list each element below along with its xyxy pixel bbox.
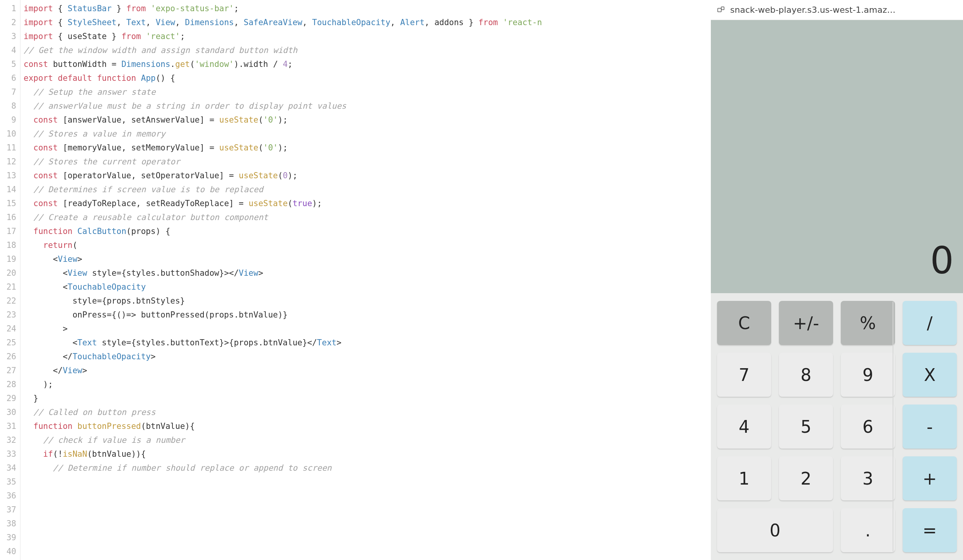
code-line[interactable]: <View>: [24, 252, 711, 266]
code-line[interactable]: const [answerValue, setAnswerValue] = us…: [24, 113, 711, 127]
line-number: 18: [2, 238, 16, 252]
one-button[interactable]: 1: [717, 456, 771, 500]
code-editor[interactable]: 1234567891011121314151617181920212223242…: [0, 0, 711, 560]
line-number: 1: [2, 2, 16, 15]
line-number: 37: [2, 503, 16, 517]
code-line[interactable]: // answerValue must be a string in order…: [24, 99, 711, 113]
code-line[interactable]: <View style={styles.buttonShadow}></View…: [24, 266, 711, 280]
line-number: 5: [2, 57, 16, 71]
line-number: 28: [2, 377, 16, 391]
five-button[interactable]: 5: [779, 405, 833, 449]
line-number: 2: [2, 15, 16, 29]
code-line[interactable]: export default function App() {: [24, 71, 711, 85]
line-number: 25: [2, 336, 16, 350]
subtract-button[interactable]: -: [903, 405, 957, 449]
calculator-app: 0 C +/- % / 7 8 9 X 4 5 6 - 1 2 3 +: [711, 20, 963, 560]
code-line[interactable]: const [readyToReplace, setReadyToReplace…: [24, 196, 711, 210]
percent-button[interactable]: %: [841, 301, 895, 345]
code-line[interactable]: // Stores a value in memory: [24, 127, 711, 141]
code-line[interactable]: const buttonWidth = Dimensions.get('wind…: [24, 57, 711, 71]
code-line[interactable]: >: [24, 322, 711, 336]
seven-button[interactable]: 7: [717, 353, 771, 397]
line-number: 6: [2, 71, 16, 85]
line-number: 34: [2, 461, 16, 475]
three-button[interactable]: 3: [841, 456, 895, 500]
code-line[interactable]: function buttonPressed(btnValue){: [24, 419, 711, 433]
line-number: 30: [2, 405, 16, 419]
code-line[interactable]: // Determines if screen value is to be r…: [24, 183, 711, 196]
line-number: 21: [2, 280, 16, 294]
line-number: 13: [2, 169, 16, 183]
line-number: 31: [2, 419, 16, 433]
line-number-gutter: 1234567891011121314151617181920212223242…: [0, 0, 20, 560]
line-number: 38: [2, 517, 16, 531]
line-number: 15: [2, 196, 16, 210]
line-number: 19: [2, 252, 16, 266]
code-line[interactable]: style={props.btnStyles}: [24, 294, 711, 308]
preview-url-text: snack-web-player.s3.us-west-1.amaz…: [730, 5, 896, 15]
code-line[interactable]: function CalcButton(props) {: [24, 224, 711, 238]
code-line[interactable]: import { StyleSheet, Text, View, Dimensi…: [24, 15, 711, 29]
equals-button[interactable]: =: [903, 508, 957, 552]
code-line[interactable]: // Get the window width and assign stand…: [24, 43, 711, 57]
line-number: 32: [2, 433, 16, 447]
add-button[interactable]: +: [903, 456, 957, 500]
line-number: 11: [2, 141, 16, 155]
code-line[interactable]: const [memoryValue, setMemoryValue] = us…: [24, 141, 711, 155]
svg-rect-1: [721, 7, 724, 9]
six-button[interactable]: 6: [841, 405, 895, 449]
code-line[interactable]: // check if value is a number: [24, 433, 711, 447]
keypad-divider: [893, 302, 893, 551]
eight-button[interactable]: 8: [779, 353, 833, 397]
line-number: 4: [2, 43, 16, 57]
line-number: 24: [2, 322, 16, 336]
line-number: 16: [2, 210, 16, 224]
line-number: 7: [2, 85, 16, 99]
four-button[interactable]: 4: [717, 405, 771, 449]
code-line[interactable]: </View>: [24, 364, 711, 377]
line-number: 3: [2, 29, 16, 43]
line-number: 39: [2, 531, 16, 545]
line-number: 29: [2, 391, 16, 405]
code-line[interactable]: // Called on button press: [24, 405, 711, 419]
line-number: 36: [2, 489, 16, 503]
line-number: 40: [2, 545, 16, 558]
code-line[interactable]: // Create a reusable calculator button c…: [24, 210, 711, 224]
code-line[interactable]: const [operatorValue, setOperatorValue] …: [24, 169, 711, 183]
code-line[interactable]: </TouchableOpacity>: [24, 350, 711, 364]
code-line[interactable]: import { StatusBar } from 'expo-status-b…: [24, 2, 711, 15]
code-line[interactable]: return(: [24, 238, 711, 252]
plus-minus-button[interactable]: +/-: [779, 301, 833, 345]
code-line[interactable]: <Text style={styles.buttonText}>{props.b…: [24, 336, 711, 350]
line-number: 9: [2, 113, 16, 127]
inspect-icon: [716, 5, 726, 15]
code-line[interactable]: if(!isNaN(btnValue)){: [24, 447, 711, 461]
line-number: 12: [2, 155, 16, 169]
code-area[interactable]: import { StatusBar } from 'expo-status-b…: [20, 0, 711, 560]
code-line[interactable]: }: [24, 391, 711, 405]
line-number: 8: [2, 99, 16, 113]
line-number: 10: [2, 127, 16, 141]
line-number: 23: [2, 308, 16, 322]
code-line[interactable]: <TouchableOpacity: [24, 280, 711, 294]
line-number: 22: [2, 294, 16, 308]
divide-button[interactable]: /: [903, 301, 957, 345]
code-line[interactable]: );: [24, 377, 711, 391]
display-value: 0: [930, 239, 954, 282]
multiply-button[interactable]: X: [903, 353, 957, 397]
calculator-keypad: C +/- % / 7 8 9 X 4 5 6 - 1 2 3 + 0 . =: [711, 293, 963, 560]
line-number: 27: [2, 364, 16, 377]
clear-button[interactable]: C: [717, 301, 771, 345]
two-button[interactable]: 2: [779, 456, 833, 500]
code-line[interactable]: import { useState } from 'react';: [24, 29, 711, 43]
decimal-button[interactable]: .: [841, 508, 895, 552]
code-line[interactable]: // Stores the current operator: [24, 155, 711, 169]
line-number: 14: [2, 183, 16, 196]
preview-url-bar: snack-web-player.s3.us-west-1.amaz…: [711, 0, 963, 20]
code-line[interactable]: // Determine if number should replace or…: [24, 461, 711, 475]
nine-button[interactable]: 9: [841, 353, 895, 397]
line-number: 26: [2, 350, 16, 364]
zero-button[interactable]: 0: [717, 508, 833, 552]
code-line[interactable]: onPress={()=> buttonPressed(props.btnVal…: [24, 308, 711, 322]
code-line[interactable]: // Setup the answer state: [24, 85, 711, 99]
